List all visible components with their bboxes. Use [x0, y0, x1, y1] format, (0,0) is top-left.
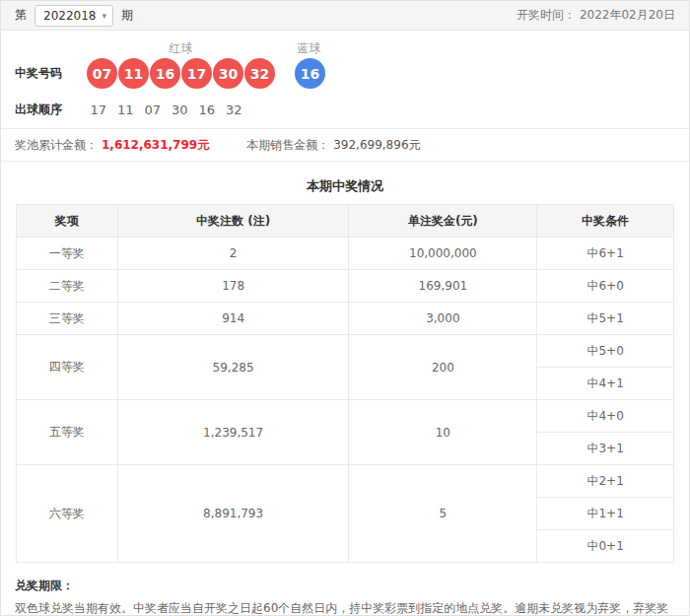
red-ball: 30: [213, 58, 243, 89]
period-prefix-label: 第: [15, 7, 27, 24]
amount-cell: 10,000,000: [349, 238, 537, 270]
condition-cell: 中2+1: [537, 465, 674, 498]
prize-table: 奖项 中奖注数 (注) 单注奖金(元) 中奖条件 一等奖 2 10,000,00…: [16, 204, 674, 563]
prize-cell: 五等奖: [17, 400, 118, 465]
pool-bar: 奖池累计金额： 1,612,631,799元 本期销售金额： 392,699,8…: [1, 129, 689, 162]
ball-group-labels: 红球 蓝球: [15, 38, 675, 58]
draw-order-number: 30: [167, 103, 194, 117]
winning-numbers-row: 中奖号码 07 11 16 17 30 32 16: [15, 58, 675, 89]
count-cell: 914: [117, 303, 349, 335]
prize-cell: 三等奖: [17, 303, 118, 335]
column-header-amount: 单注奖金(元): [349, 205, 537, 238]
jackpot-value: 1,612,631,799元: [102, 137, 209, 154]
ball-list: 07 11 16 17 30 32 16: [87, 58, 325, 89]
draw-order-row: 出球顺序 17 11 07 30 16 32: [15, 98, 675, 121]
condition-cell: 中4+0: [537, 400, 674, 433]
table-row: 二等奖 178 169,901 中6+0: [17, 270, 674, 303]
table-header-row: 奖项 中奖注数 (注) 单注奖金(元) 中奖条件: [17, 205, 674, 238]
table-row: 一等奖 2 10,000,000 中6+1: [17, 238, 674, 270]
period-select[interactable]: 2022018 ▾: [34, 5, 113, 27]
condition-cell: 中5+1: [537, 303, 674, 335]
period-suffix-label: 期: [121, 7, 133, 24]
condition-cell: 中6+0: [537, 270, 674, 303]
redemption-note-text: 双色球兑奖当期有效。中奖者应当自开奖之日起60个自然日内，持中奖彩票到指定的地点…: [15, 599, 675, 616]
prize-table-title: 本期中奖情况: [16, 162, 674, 204]
sales-label: 本期销售金额：: [246, 137, 329, 154]
table-row: 三等奖 914 3,000 中5+1: [17, 303, 674, 335]
draw-order-label: 出球顺序: [15, 102, 87, 118]
red-ball: 32: [244, 58, 275, 89]
count-cell: 59,285: [117, 335, 349, 400]
period-selector: 第 2022018 ▾ 期: [15, 5, 133, 27]
draw-order-number: 16: [193, 103, 221, 117]
amount-cell: 169,901: [349, 270, 537, 303]
draw-order-number: 17: [85, 103, 112, 117]
red-ball: 11: [118, 58, 149, 89]
condition-cell: 中0+1: [537, 530, 674, 563]
count-cell: 178: [117, 270, 349, 303]
condition-cell: 中6+1: [537, 238, 674, 270]
draw-time: 开奖时间： 2022年02月20日: [517, 7, 675, 24]
draw-order-number: 11: [112, 103, 140, 117]
prize-cell: 一等奖: [17, 238, 118, 270]
amount-cell: 10: [349, 400, 537, 465]
blue-ball: 16: [295, 58, 325, 89]
amount-cell: 3,000: [349, 303, 537, 335]
red-ball: 17: [181, 58, 212, 89]
draw-order-list: 17 11 07 30 16 32: [85, 103, 247, 117]
draw-order-number: 32: [221, 103, 248, 117]
count-cell: 1,239,517: [117, 400, 349, 465]
table-row: 五等奖 1,239,517 10 中4+0: [17, 400, 674, 433]
numbers-section: 红球 蓝球 中奖号码 07 11 16 17 30 32 16 出球顺序 17 …: [1, 31, 689, 129]
chevron-down-icon: ▾: [102, 11, 106, 21]
condition-cell: 中3+1: [537, 433, 674, 465]
table-row: 四等奖 59,285 200 中5+0: [17, 335, 674, 368]
column-header-prize: 奖项: [17, 205, 118, 238]
prize-cell: 二等奖: [17, 270, 118, 303]
red-ball: 07: [87, 58, 117, 89]
column-header-count: 中奖注数 (注): [117, 205, 349, 238]
draw-time-label: 开奖时间：: [517, 8, 576, 22]
condition-cell: 中1+1: [537, 498, 674, 530]
redemption-note-title: 兑奖期限：: [15, 578, 675, 594]
amount-cell: 5: [349, 465, 537, 563]
prize-table-area: 本期中奖情况 奖项 中奖注数 (注) 单注奖金(元) 中奖条件 一等奖 2 10…: [1, 162, 689, 563]
sales-value: 392,699,896元: [333, 137, 420, 154]
red-ball-group-label: 红球: [87, 40, 275, 57]
jackpot-label: 奖池累计金额：: [15, 137, 98, 154]
count-cell: 8,891,793: [117, 465, 349, 563]
condition-cell: 中4+1: [537, 368, 674, 400]
lottery-result-page: 第 2022018 ▾ 期 开奖时间： 2022年02月20日 红球 蓝球 中奖…: [0, 0, 690, 616]
count-cell: 2: [117, 238, 349, 270]
prize-cell: 四等奖: [17, 335, 118, 400]
table-row: 六等奖 8,891,793 5 中2+1: [17, 465, 674, 498]
draw-order-number: 07: [139, 103, 167, 117]
period-select-value: 2022018: [43, 9, 96, 23]
blue-ball-group-label: 蓝球: [294, 40, 324, 57]
winning-numbers-label: 中奖号码: [15, 65, 87, 82]
amount-cell: 200: [349, 335, 537, 400]
redemption-note: 兑奖期限： 双色球兑奖当期有效。中奖者应当自开奖之日起60个自然日内，持中奖彩票…: [1, 563, 689, 616]
column-header-condition: 中奖条件: [537, 205, 674, 238]
red-ball: 16: [150, 58, 180, 89]
draw-time-value: 2022年02月20日: [580, 8, 675, 22]
condition-cell: 中5+0: [537, 335, 674, 368]
topbar: 第 2022018 ▾ 期 开奖时间： 2022年02月20日: [1, 1, 689, 31]
prize-cell: 六等奖: [17, 465, 118, 563]
